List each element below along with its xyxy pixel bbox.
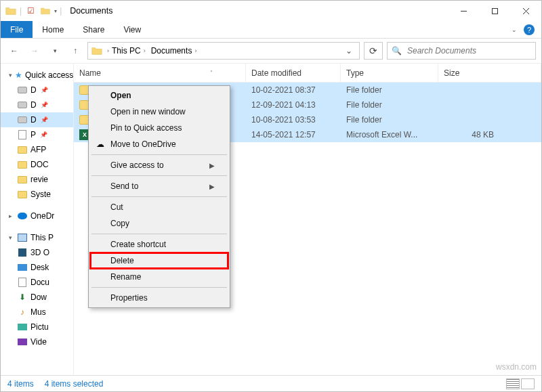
column-headers[interactable]: Name˄ Date modified Type Size: [74, 64, 541, 83]
sidebar-item[interactable]: Docu: [1, 275, 73, 290]
breadcrumb[interactable]: Documents ›: [148, 45, 200, 57]
window-title: Documents: [70, 6, 112, 16]
menu-item-create-shortcut[interactable]: Create shortcut: [90, 236, 228, 253]
folder-icon: [5, 5, 17, 17]
menu-item-send-to[interactable]: Send to▶: [90, 178, 228, 194]
sidebar-item[interactable]: Vide: [1, 334, 73, 349]
minimize-button[interactable]: [448, 1, 479, 21]
folder-icon: [91, 45, 103, 57]
tree-toggle-icon[interactable]: ▸: [9, 213, 14, 219]
desktop-icon: [17, 262, 28, 273]
sidebar-item[interactable]: D📌: [1, 97, 73, 112]
refresh-button[interactable]: ⟳: [364, 42, 383, 60]
menu-item-pin-to-quick-access[interactable]: Pin to Quick access: [90, 120, 228, 136]
music-icon: ♪: [17, 307, 28, 318]
context-menu[interactable]: OpenOpen in new windowPin to Quick acces…: [88, 85, 230, 308]
tab-file[interactable]: File: [1, 21, 33, 38]
help-icon[interactable]: ?: [524, 24, 535, 35]
chevron-right-icon: ▶: [209, 162, 215, 169]
menu-item-move-to-onedrive[interactable]: ☁Move to OneDrive: [90, 136, 228, 152]
properties-icon[interactable]: ☑: [24, 5, 37, 17]
sidebar-item-label: OneDr: [30, 211, 54, 221]
qat-dropdown-icon[interactable]: ▾: [54, 8, 57, 14]
menu-item-properties[interactable]: Properties: [90, 290, 228, 306]
doc-icon[interactable]: [39, 5, 51, 17]
sidebar-item[interactable]: D📌: [1, 112, 73, 127]
drive-icon: [17, 114, 28, 125]
sidebar-item-label: Syste: [30, 190, 51, 199]
nav-forward-button[interactable]: →: [26, 43, 43, 59]
downloads-icon: ⬇: [17, 292, 28, 303]
sidebar-item[interactable]: ⬇Dow: [1, 290, 73, 305]
sidebar-item-label: Mus: [30, 307, 46, 317]
sidebar-item[interactable]: Syste: [1, 187, 73, 202]
drive-icon: [17, 85, 28, 95]
menu-item-open[interactable]: Open: [90, 87, 228, 104]
tree-toggle-icon[interactable]: ▾: [9, 234, 14, 241]
ribbon-expand-icon[interactable]: ⌄: [512, 26, 517, 33]
tab-home[interactable]: Home: [33, 22, 73, 37]
menu-item-label: Open in new window: [110, 107, 186, 116]
nav-history-dropdown[interactable]: ▾: [47, 43, 63, 59]
menu-item-rename[interactable]: Rename: [90, 269, 228, 285]
sidebar-item-label: This P: [30, 233, 54, 242]
menu-item-label: Send to: [110, 181, 138, 191]
search-box[interactable]: 🔍: [387, 42, 536, 60]
file-type: Microsoft Excel W...: [341, 130, 438, 139]
sidebar-item[interactable]: Pictu: [1, 320, 73, 334]
sidebar-item-label: revie: [30, 175, 48, 184]
quick-access-toolbar: | ☑ ▾ |: [1, 5, 66, 17]
sidebar-item[interactable]: DOC: [1, 157, 73, 172]
nav-up-button[interactable]: ↑: [67, 43, 83, 59]
sidebar-item-label: Vide: [30, 337, 47, 347]
menu-item-label: Rename: [110, 272, 141, 282]
sidebar-item[interactable]: ▾This P: [1, 230, 73, 245]
column-name[interactable]: Name˄: [74, 64, 246, 82]
view-details-button[interactable]: [506, 378, 520, 389]
menu-item-label: Create shortcut: [110, 240, 166, 249]
column-date-modified[interactable]: Date modified: [246, 64, 341, 82]
navigation-pane[interactable]: ▾★Quick accessD📌D📌D📌P📌AFPDOCrevieSyste▸O…: [1, 64, 74, 375]
view-thumbnails-button[interactable]: [521, 378, 535, 389]
sidebar-item[interactable]: Desk: [1, 260, 73, 275]
chevron-right-icon: ▶: [209, 183, 215, 190]
close-button[interactable]: [510, 1, 541, 21]
address-dropdown-icon[interactable]: ⌄: [341, 46, 356, 56]
search-input[interactable]: [406, 45, 531, 56]
sidebar-item[interactable]: ▾★Quick access: [1, 68, 73, 83]
file-type: File folder: [341, 85, 438, 95]
sidebar-item[interactable]: AFP: [1, 142, 73, 157]
maximize-button[interactable]: [479, 1, 510, 21]
onedrive-icon: [17, 211, 28, 221]
nav-back-button[interactable]: ←: [6, 43, 22, 59]
file-size: 48 KB: [438, 130, 499, 139]
sidebar-item[interactable]: revie: [1, 172, 73, 187]
breadcrumb[interactable]: This PC ›: [109, 45, 148, 57]
title-bar: | ☑ ▾ | Documents: [1, 1, 541, 21]
sidebar-item[interactable]: ▸OneDr: [1, 209, 73, 223]
column-size[interactable]: Size: [438, 64, 541, 82]
breadcrumb-box[interactable]: › This PC › Documents › ⌄: [87, 42, 360, 60]
pictures-icon: [17, 322, 28, 332]
column-type[interactable]: Type: [341, 64, 438, 82]
tab-view[interactable]: View: [114, 22, 150, 37]
onedrive-icon: ☁: [94, 139, 106, 149]
file-date: 12-09-2021 04:13: [246, 100, 341, 110]
menu-item-cut[interactable]: Cut: [90, 199, 228, 215]
sidebar-item-label: D: [30, 115, 37, 125]
menu-item-delete[interactable]: Delete: [90, 253, 228, 269]
sidebar-item[interactable]: 3D O: [1, 245, 73, 260]
menu-item-open-in-new-window[interactable]: Open in new window: [90, 104, 228, 120]
sidebar-item[interactable]: D📌: [1, 83, 73, 97]
tree-toggle-icon[interactable]: ▾: [9, 72, 12, 79]
menu-item-label: Cut: [110, 202, 123, 212]
tab-share[interactable]: Share: [73, 22, 114, 37]
sidebar-item[interactable]: P📌: [1, 127, 73, 142]
menu-item-label: Open: [110, 91, 131, 100]
file-date: 10-08-2021 03:53: [246, 115, 341, 125]
menu-item-copy[interactable]: Copy: [90, 215, 228, 232]
file-date: 14-05-2021 12:57: [246, 130, 341, 139]
menu-item-give-access-to[interactable]: Give access to▶: [90, 157, 228, 173]
sidebar-item[interactable]: ♪Mus: [1, 305, 73, 320]
qat-divider: |: [20, 6, 22, 16]
